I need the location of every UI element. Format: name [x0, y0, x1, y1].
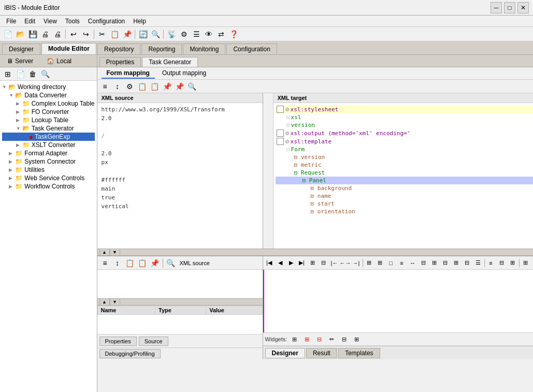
tree-item[interactable]: ▶ 📁Web Service Controls [2, 174, 95, 182]
maximize-button[interactable]: □ [504, 2, 515, 13]
rt-btn-7[interactable]: |← [329, 258, 340, 268]
toolbar-cut[interactable]: ✂ [96, 28, 108, 40]
designer-tab-templates[interactable]: Templates [338, 348, 380, 358]
tree-item[interactable]: ▶ 📁Lookup Table [2, 116, 95, 124]
tree-item[interactable]: ▶ 📁FO Converter [2, 108, 95, 116]
tab-repository[interactable]: Repository [97, 43, 140, 54]
rt-btn-13[interactable]: ≡ [397, 258, 407, 268]
widget-btn-2[interactable]: ⊞ [301, 334, 312, 344]
rt-btn-14[interactable]: ↔ [408, 258, 418, 268]
splitter-up-btn[interactable]: ▲ [99, 249, 110, 256]
toolbar-save[interactable]: 💾 [27, 28, 38, 40]
tree-item[interactable]: ▼ 📂Task Generator [2, 124, 95, 133]
rt-btn-10[interactable]: ⊞ [364, 258, 374, 268]
toolbar-settings[interactable]: ⚙ [178, 28, 190, 40]
tree-new-btn[interactable]: 📄 [15, 68, 26, 80]
toolbar-paste[interactable]: 📌 [121, 28, 133, 40]
tree-item[interactable]: ▶ 📁Utilities [2, 166, 95, 174]
rt-btn-24[interactable]: ⊞ [521, 258, 531, 268]
rt-btn-22[interactable]: ⊟ [497, 258, 507, 268]
rt-btn-1[interactable]: |◀ [264, 258, 275, 268]
designer-tab-designer[interactable]: Designer [265, 348, 305, 358]
tree-item[interactable]: ▶ 📁XSLT Converter [2, 141, 95, 149]
designer-tab-result[interactable]: Result [306, 348, 337, 358]
debugging-btn[interactable]: Debugging/Profiling [99, 349, 161, 358]
widget-btn-4[interactable]: ✏ [326, 334, 337, 344]
close-button[interactable]: ✕ [517, 2, 529, 13]
rt-btn-8[interactable]: ←→ [340, 258, 351, 268]
rt-btn-25[interactable]: ✏ [531, 258, 533, 268]
server-btn[interactable]: 🖥 Server [2, 56, 38, 66]
menu-tools[interactable]: Tools [61, 17, 84, 26]
tab-task-generator[interactable]: Task Generator [142, 57, 198, 67]
toolbar-list[interactable]: ☰ [191, 28, 202, 40]
tree-item[interactable]: ▶ 📁Complex Lookup Table [2, 99, 95, 108]
bl-btn2[interactable]: ↕ [112, 257, 123, 269]
toolbar-print[interactable]: 🖨 [39, 28, 51, 40]
menu-edit[interactable]: Edit [20, 17, 39, 26]
bl-search-btn[interactable]: 🔍 [165, 257, 177, 269]
tree-search-btn[interactable]: 🔍 [39, 68, 51, 80]
tab-configuration[interactable]: Configuration [226, 43, 277, 54]
rt-btn-6[interactable]: ⊟ [319, 258, 329, 268]
rt-btn-12[interactable]: □ [386, 258, 396, 268]
node-cb-4[interactable] [277, 138, 284, 145]
tree-item[interactable]: ▶ 📁System Connector [2, 157, 95, 166]
toolbar-new[interactable]: 📄 [2, 28, 13, 40]
widget-btn-1[interactable]: ⊞ [289, 334, 299, 344]
menu-configuration[interactable]: Configuration [84, 17, 129, 26]
bl-splitter-up[interactable]: ▲ [99, 298, 110, 306]
footer-source-tab[interactable]: Source [139, 337, 168, 346]
rt-btn-20[interactable]: ☰ [473, 258, 483, 268]
map-btn-5[interactable]: 📋 [149, 81, 161, 92]
tab-monitoring[interactable]: Monitoring [183, 43, 225, 54]
rt-btn-2[interactable]: ◀ [275, 258, 285, 268]
rt-btn-18[interactable]: ⊞ [451, 258, 462, 268]
tab-module-editor[interactable]: Module Editor [41, 43, 96, 54]
tree-item[interactable]: ◆TaskGenExp [2, 133, 95, 141]
toolbar-arrows[interactable]: ⇄ [215, 28, 227, 40]
toolbar-antenna[interactable]: 📡 [166, 28, 177, 40]
toolbar-eye[interactable]: 👁 [203, 28, 214, 40]
map-btn-7[interactable]: 📌 [174, 81, 185, 92]
toolbar-redo[interactable]: ↪ [80, 28, 92, 40]
bl-btn4[interactable]: 📋 [137, 257, 148, 269]
bl-btn5[interactable]: 📌 [149, 257, 161, 269]
tree-expand-btn[interactable]: ⊞ [2, 68, 13, 80]
bl-btn1[interactable]: ≡ [99, 257, 111, 269]
rt-btn-19[interactable]: ⊟ [462, 258, 472, 268]
toolbar-help[interactable]: ❓ [228, 28, 239, 40]
menu-view[interactable]: View [39, 17, 61, 26]
rt-btn-3[interactable]: ▶ [286, 258, 296, 268]
bl-splitter-down[interactable]: ▼ [110, 298, 120, 306]
rt-btn-11[interactable]: ⊞ [375, 258, 385, 268]
map-btn-1[interactable]: ≡ [99, 81, 111, 92]
tab-reporting[interactable]: Reporting [141, 43, 182, 54]
splitter-down-btn[interactable]: ▼ [110, 249, 120, 256]
rt-btn-23[interactable]: ⊞ [508, 258, 518, 268]
map-btn-2[interactable]: ↕ [112, 81, 123, 92]
toolbar-open[interactable]: 📂 [15, 28, 26, 40]
bl-btn3[interactable]: 📋 [124, 257, 136, 269]
local-btn[interactable]: 🏠 Local [42, 56, 76, 66]
rt-btn-5[interactable]: ⊞ [308, 258, 318, 268]
node-cb-0[interactable] [277, 106, 284, 113]
node-cb-3[interactable] [277, 129, 284, 137]
map-btn-4[interactable]: 📋 [137, 81, 148, 92]
tab-properties[interactable]: Properties [99, 57, 141, 67]
tree-item[interactable]: ▼ 📂Data Converter [2, 91, 95, 99]
rt-btn-16[interactable]: ⊞ [429, 258, 440, 268]
map-btn-3[interactable]: ⚙ [124, 81, 136, 92]
toolbar-refresh[interactable]: 🔄 [137, 28, 149, 40]
subtab-output-mapping[interactable]: Output mapping [157, 68, 211, 79]
widget-btn-5[interactable]: ⊟ [339, 334, 349, 344]
tree-item[interactable]: ▼ 📂Working directory [2, 83, 95, 91]
rt-btn-17[interactable]: ⊟ [440, 258, 451, 268]
rt-btn-9[interactable]: →| [351, 258, 362, 268]
map-btn-6[interactable]: 📌 [162, 81, 173, 92]
toolbar-undo[interactable]: ↩ [68, 28, 79, 40]
map-search-btn[interactable]: 🔍 [186, 81, 198, 92]
footer-properties-tab[interactable]: Properties [99, 337, 137, 346]
widget-btn-3[interactable]: ⊟ [314, 334, 324, 344]
menu-file[interactable]: File [2, 17, 20, 26]
